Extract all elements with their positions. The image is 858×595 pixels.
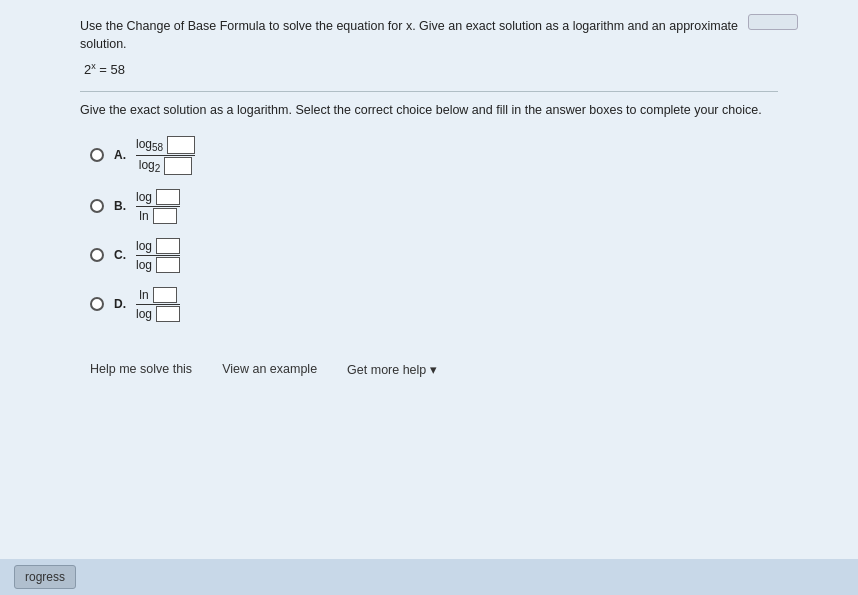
option-row-c: C. log log — [90, 238, 778, 273]
options-container: A. log58 log2 B. log — [90, 136, 778, 322]
option-label-a: A. — [114, 148, 126, 162]
widget-bar — [748, 14, 798, 30]
fraction-line-a — [136, 155, 195, 156]
example-link[interactable]: View an example — [222, 362, 317, 377]
fraction-b: log ln — [136, 189, 180, 224]
answer-box-b-num[interactable] — [156, 189, 180, 205]
frac-denominator-d: log — [136, 306, 180, 322]
help-link[interactable]: Help me solve this — [90, 362, 192, 377]
progress-button[interactable]: rogress — [14, 565, 76, 589]
option-label-c: C. — [114, 248, 126, 262]
instruction-text: Use the Change of Base Formula to solve … — [80, 18, 778, 53]
fraction-line-c — [136, 255, 180, 256]
frac-denominator-a: log2 — [139, 157, 193, 175]
radio-c[interactable] — [90, 248, 104, 262]
option-row-b: B. log ln — [90, 189, 778, 224]
option-row-d: D. ln log — [90, 287, 778, 322]
equation: 2x = 58 — [84, 61, 778, 77]
answer-box-c-num[interactable] — [156, 238, 180, 254]
answer-box-d-num[interactable] — [153, 287, 177, 303]
fraction-a: log58 log2 — [136, 136, 195, 175]
radio-a[interactable] — [90, 148, 104, 162]
footer-bar: rogress — [0, 559, 858, 595]
answer-box-a-num[interactable] — [167, 136, 195, 154]
fraction-line-b — [136, 206, 180, 207]
frac-denominator-b: ln — [139, 208, 176, 224]
more-help-link[interactable]: Get more help ▾ — [347, 362, 437, 377]
frac-numerator-c: log — [136, 238, 180, 254]
option-label-d: D. — [114, 297, 126, 311]
option-label-b: B. — [114, 199, 126, 213]
answer-box-b-den[interactable] — [153, 208, 177, 224]
divider — [80, 91, 778, 92]
fraction-d: ln log — [136, 287, 180, 322]
frac-numerator-a: log58 — [136, 136, 195, 154]
fraction-line-d — [136, 304, 180, 305]
answer-box-a-den[interactable] — [164, 157, 192, 175]
frac-numerator-b: log — [136, 189, 180, 205]
radio-d[interactable] — [90, 297, 104, 311]
sub-instruction: Give the exact solution as a logarithm. … — [80, 102, 778, 120]
radio-b[interactable] — [90, 199, 104, 213]
answer-box-c-den[interactable] — [156, 257, 180, 273]
answer-box-d-den[interactable] — [156, 306, 180, 322]
frac-numerator-d: ln — [139, 287, 176, 303]
option-row-a: A. log58 log2 — [90, 136, 778, 175]
frac-denominator-c: log — [136, 257, 180, 273]
main-content: Use the Change of Base Formula to solve … — [0, 0, 858, 559]
fraction-c: log log — [136, 238, 180, 273]
bottom-links: Help me solve this View an example Get m… — [90, 362, 778, 377]
